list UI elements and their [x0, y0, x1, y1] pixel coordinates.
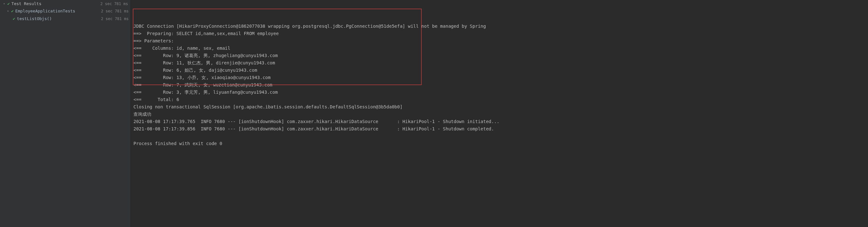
- tree-item-time: 2 sec 781 ms: [101, 8, 129, 14]
- check-icon: ✔: [7, 1, 10, 6]
- test-results-panel: ▾ ✔ Test Results 2 sec 781 ms ▾✔Employee…: [0, 0, 131, 227]
- console-line: ==> Parameters:: [133, 37, 865, 45]
- console-line: ==> Preparing: SELECT id,name,sex,email …: [133, 30, 865, 37]
- console-line: <== Columns: id, name, sex, email: [133, 45, 865, 52]
- console-line: 查询成功: [133, 111, 865, 118]
- console-output[interactable]: JDBC Connection [HikariProxyConnection@1…: [131, 0, 868, 227]
- test-results-header[interactable]: ▾ ✔ Test Results 2 sec 781 ms: [0, 0, 130, 7]
- chevron-down-icon: ▾: [3, 2, 6, 5]
- console-line: Closing non transactional SqlSession [or…: [133, 103, 865, 111]
- console-line: 2021-08-08 17:17:39.765 INFO 7680 --- [i…: [133, 118, 865, 125]
- test-tree-item[interactable]: ▾✔EmployeeApplicationTests2 sec 781 ms: [0, 7, 130, 15]
- console-line: <== Row: 11, 狄仁杰, 男, direnjie@cunyu1943.…: [133, 59, 865, 67]
- console-line: [133, 133, 865, 140]
- test-results-time: 2 sec 781 ms: [100, 2, 128, 6]
- console-line: <== Row: 9, 诸葛亮, 男, zhugeliang@cunyu1943…: [133, 52, 865, 59]
- console-line: <== Row: 7, 武则天, 女, wuzetian@cunyu1943.c…: [133, 81, 865, 89]
- test-tree-item[interactable]: ✔testListObjs()2 sec 781 ms: [0, 15, 130, 23]
- console-line: <== Row: 13, 小乔, 女, xiaoqiao@cunyu1943.c…: [133, 74, 865, 81]
- test-results-title: Test Results: [11, 1, 41, 6]
- console-line: 2021-08-08 17:17:39.856 INFO 7680 --- [i…: [133, 125, 865, 133]
- check-icon: ✔: [11, 8, 14, 14]
- tree-item-time: 2 sec 781 ms: [101, 15, 129, 22]
- console-line: Process finished with exit code 0: [133, 140, 865, 147]
- tree-item-label: EmployeeApplicationTests: [15, 8, 75, 14]
- check-icon: ✔: [13, 15, 15, 22]
- console-line: JDBC Connection [HikariProxyConnection@1…: [133, 23, 865, 30]
- tree-item-label: testListObjs(): [17, 15, 52, 22]
- console-line: <== Total: 6: [133, 96, 865, 103]
- console-line: <== Row: 6, 妲己, 女, daji@cunyu1943.com: [133, 67, 865, 74]
- chevron-down-icon: ▾: [6, 8, 9, 14]
- console-line: <== Row: 3, 李元芳, 男, liyuanfang@cunyu1943…: [133, 89, 865, 96]
